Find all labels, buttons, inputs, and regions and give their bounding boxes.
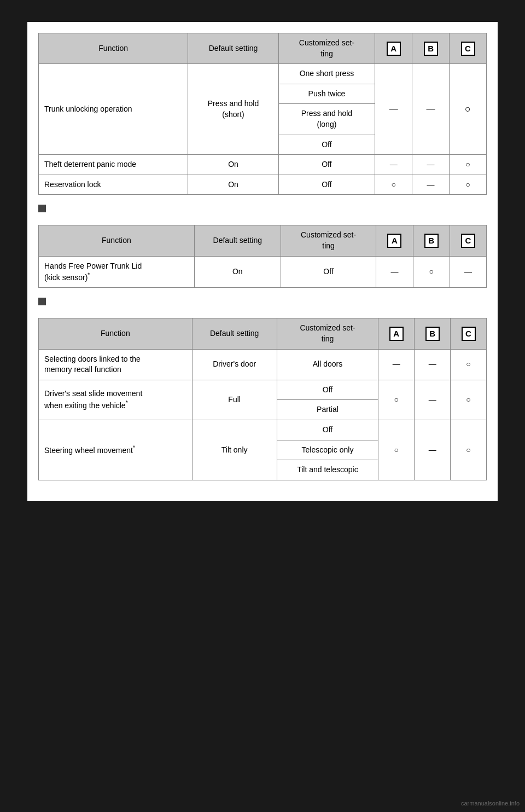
table-3: Function Default setting Customized set-… xyxy=(38,318,487,480)
cell-function: Trunk unlocking operation xyxy=(39,64,188,155)
cell-default: On xyxy=(188,175,278,195)
cell-b: — xyxy=(415,380,451,420)
cell-function: Reservation lock xyxy=(39,175,188,195)
col-header-default: Default setting xyxy=(194,225,281,256)
cell-a: — xyxy=(375,155,412,175)
col-header-c: C xyxy=(451,318,487,349)
cell-function: Hands Free Power Trunk Lid(kick sensor)* xyxy=(39,256,195,288)
table-row: Theft deterrent panic mode On Off — — ○ xyxy=(39,155,487,175)
cell-custom: Off xyxy=(277,420,378,440)
cell-function: Driver's seat slide movementwhen exiting… xyxy=(39,380,192,420)
cell-b: — xyxy=(415,349,451,380)
cell-function: Steering wheel movement* xyxy=(39,420,192,480)
badge-c: C xyxy=(461,42,475,56)
cell-default: Driver's door xyxy=(192,349,277,380)
cell-b: — xyxy=(412,175,450,195)
col-header-b: B xyxy=(413,225,450,256)
col-header-a: A xyxy=(376,225,413,256)
col-header-a: A xyxy=(378,318,415,349)
col-header-function: Function xyxy=(39,33,188,64)
col-header-default: Default setting xyxy=(192,318,277,349)
badge-a: A xyxy=(387,42,401,56)
cell-default: Tilt only xyxy=(192,420,277,480)
table-1: Function Default setting Customized set-… xyxy=(38,33,487,195)
cell-custom: Off xyxy=(281,256,376,288)
table-row: Trunk unlocking operation Press and hold… xyxy=(39,64,487,84)
cell-custom: Off xyxy=(278,135,375,155)
col-header-default: Default setting xyxy=(188,33,278,64)
col-header-function: Function xyxy=(39,318,192,349)
cell-c: — xyxy=(450,256,486,288)
cell-default: Full xyxy=(192,380,277,420)
table-row: Hands Free Power Trunk Lid(kick sensor)*… xyxy=(39,256,487,288)
table-2: Function Default setting Customized set-… xyxy=(38,225,487,288)
page-content: Function Default setting Customized set-… xyxy=(27,22,498,501)
cell-b: — xyxy=(412,64,450,155)
cell-custom: One short press xyxy=(278,64,375,84)
cell-custom: Off xyxy=(277,380,378,400)
section-block-icon xyxy=(38,298,46,305)
table-row: Reservation lock On Off ○ — ○ xyxy=(39,175,487,195)
col-header-c: C xyxy=(450,225,486,256)
cell-c: ○ xyxy=(450,64,487,155)
cell-custom: Press and hold(long) xyxy=(278,104,375,135)
cell-b: — xyxy=(412,155,450,175)
cell-function: Theft deterrent panic mode xyxy=(39,155,188,175)
col-header-customized: Customized set-ting xyxy=(277,318,378,349)
badge-a: A xyxy=(389,327,404,341)
cell-b: ○ xyxy=(413,256,450,288)
cell-custom: Push twice xyxy=(278,84,375,104)
section-divider-1 xyxy=(38,205,487,218)
cell-default: Press and hold(short) xyxy=(188,64,278,155)
cell-default: On xyxy=(194,256,281,288)
cell-a: ○ xyxy=(375,175,412,195)
cell-custom: Off xyxy=(278,175,375,195)
col-header-c: C xyxy=(450,33,487,64)
cell-a: ○ xyxy=(378,420,415,480)
badge-b: B xyxy=(424,234,439,248)
cell-c: ○ xyxy=(451,380,487,420)
col-header-b: B xyxy=(412,33,450,64)
watermark: carmanualsonline.info xyxy=(461,800,520,807)
cell-b: — xyxy=(415,420,451,480)
badge-a: A xyxy=(387,234,401,248)
cell-a: — xyxy=(375,64,412,155)
cell-a: — xyxy=(376,256,413,288)
cell-custom: Off xyxy=(278,155,375,175)
col-header-customized: Customized set-ting xyxy=(281,225,376,256)
cell-custom: Partial xyxy=(277,400,378,420)
col-header-customized: Customized set-ting xyxy=(278,33,375,64)
cell-c: ○ xyxy=(450,175,487,195)
badge-c: C xyxy=(461,234,475,248)
cell-a: ○ xyxy=(378,380,415,420)
col-header-b: B xyxy=(415,318,451,349)
cell-c: ○ xyxy=(451,420,487,480)
cell-a: — xyxy=(378,349,415,380)
badge-b: B xyxy=(425,327,440,341)
badge-c: C xyxy=(462,327,476,341)
badge-b: B xyxy=(424,42,438,56)
section-block-icon xyxy=(38,205,46,212)
cell-custom: All doors xyxy=(277,349,378,380)
col-header-function: Function xyxy=(39,225,195,256)
table-row: Steering wheel movement* Tilt only Off ○… xyxy=(39,420,487,440)
cell-custom: Telescopic only xyxy=(277,440,378,460)
table-row: Selecting doors linked to thememory reca… xyxy=(39,349,487,380)
cell-c: ○ xyxy=(450,155,487,175)
cell-c: ○ xyxy=(451,349,487,380)
table-row: Driver's seat slide movementwhen exiting… xyxy=(39,380,487,400)
cell-function: Selecting doors linked to thememory reca… xyxy=(39,349,192,380)
section-divider-2 xyxy=(38,298,487,311)
cell-custom: Tilt and telescopic xyxy=(277,460,378,480)
col-header-a: A xyxy=(375,33,412,64)
cell-default: On xyxy=(188,155,278,175)
